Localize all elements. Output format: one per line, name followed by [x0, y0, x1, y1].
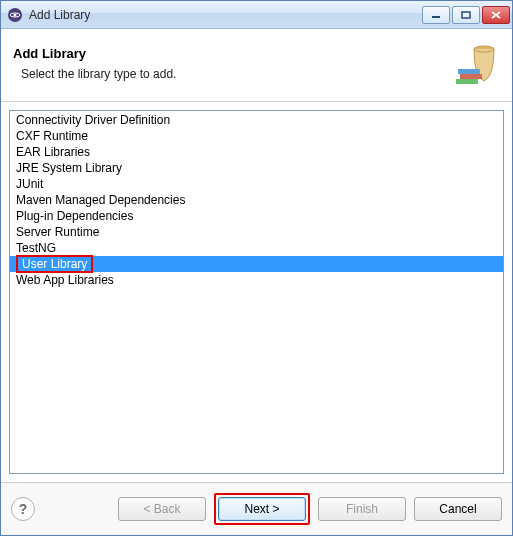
- window-controls: [422, 6, 510, 24]
- svg-rect-9: [458, 69, 480, 74]
- eclipse-icon: [7, 7, 23, 23]
- back-button[interactable]: < Back: [118, 497, 206, 521]
- dialog-window: Add Library Add Library Select the libra…: [0, 0, 513, 536]
- list-item[interactable]: JUnit: [10, 176, 503, 192]
- next-button[interactable]: Next >: [218, 497, 306, 521]
- content-area: Connectivity Driver DefinitionCXF Runtim…: [1, 102, 512, 482]
- cancel-button[interactable]: Cancel: [414, 497, 502, 521]
- banner-text: Add Library Select the library type to a…: [13, 46, 452, 81]
- list-item[interactable]: User Library: [10, 256, 503, 272]
- list-item[interactable]: JRE System Library: [10, 160, 503, 176]
- help-button[interactable]: ?: [11, 497, 35, 521]
- list-item[interactable]: Connectivity Driver Definition: [10, 112, 503, 128]
- library-type-list[interactable]: Connectivity Driver DefinitionCXF Runtim…: [9, 110, 504, 474]
- list-item[interactable]: Web App Libraries: [10, 272, 503, 288]
- svg-rect-11: [456, 79, 478, 84]
- list-item[interactable]: EAR Libraries: [10, 144, 503, 160]
- library-jar-icon: [452, 39, 500, 87]
- list-item[interactable]: Maven Managed Dependencies: [10, 192, 503, 208]
- list-item[interactable]: CXF Runtime: [10, 128, 503, 144]
- svg-point-2: [14, 13, 17, 16]
- next-button-highlight: Next >: [214, 493, 310, 525]
- maximize-button[interactable]: [452, 6, 480, 24]
- window-title: Add Library: [29, 8, 422, 22]
- footer: ? < Back Next > Finish Cancel: [1, 482, 512, 535]
- finish-button[interactable]: Finish: [318, 497, 406, 521]
- list-item[interactable]: Server Runtime: [10, 224, 503, 240]
- svg-rect-10: [460, 74, 482, 79]
- list-item[interactable]: Plug-in Dependencies: [10, 208, 503, 224]
- titlebar: Add Library: [1, 1, 512, 29]
- banner-title: Add Library: [13, 46, 452, 61]
- banner-subtitle: Select the library type to add.: [21, 67, 452, 81]
- banner: Add Library Select the library type to a…: [1, 29, 512, 102]
- list-item[interactable]: TestNG: [10, 240, 503, 256]
- svg-rect-4: [462, 12, 470, 18]
- close-button[interactable]: [482, 6, 510, 24]
- minimize-button[interactable]: [422, 6, 450, 24]
- selected-item-highlight: User Library: [16, 255, 93, 273]
